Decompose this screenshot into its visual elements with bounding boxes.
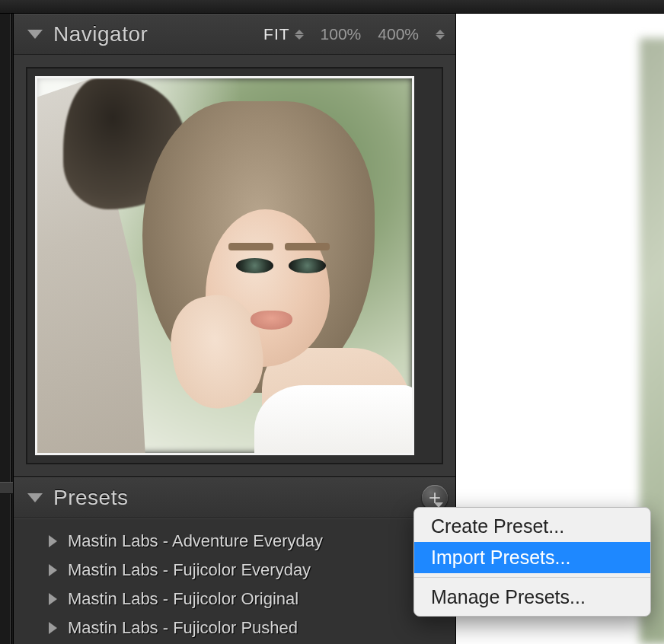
disclosure-right-icon — [49, 622, 57, 634]
preset-group-label: Mastin Labs - Adventure Everyday — [68, 531, 323, 551]
edge-line — [10, 14, 12, 644]
preset-group[interactable]: Mastin Labs - Fujicolor Everyday — [14, 556, 455, 585]
preset-group[interactable]: Mastin Labs - Fujicolor Original — [14, 585, 455, 614]
stepper-icon[interactable] — [436, 30, 445, 40]
preview-image — [37, 78, 412, 453]
panel-collapse-handle[interactable] — [0, 482, 13, 494]
zoom-400-button[interactable]: 400% — [378, 25, 419, 43]
presets-header[interactable]: Presets — [14, 477, 455, 518]
preset-group-label: Mastin Labs - Fujicolor Original — [68, 589, 298, 609]
disclosure-right-icon — [49, 593, 57, 605]
navigator-body — [14, 55, 455, 477]
zoom-fit-button[interactable]: FIT — [263, 25, 304, 43]
preset-group[interactable]: Mastin Labs - Fujicolor Pushed — [14, 614, 455, 642]
zoom-fit-label: FIT — [263, 25, 290, 43]
presets-context-menu: Create Preset... Import Presets... Manag… — [413, 507, 651, 617]
zoom-controls: FIT 100% 400% — [263, 25, 445, 43]
disclosure-down-icon — [27, 493, 43, 502]
presets-body: Mastin Labs - Adventure Everyday Mastin … — [14, 518, 455, 644]
menu-import-presets[interactable]: Import Presets... — [414, 542, 650, 573]
menu-create-preset[interactable]: Create Preset... — [414, 511, 650, 542]
presets-title: Presets — [53, 486, 128, 510]
navigator-title: Navigator — [53, 22, 148, 46]
preset-group-label: Mastin Labs - Fujicolor Everyday — [68, 560, 311, 580]
navigator-preview[interactable] — [35, 76, 414, 455]
menu-separator — [414, 577, 650, 578]
zoom-100-button[interactable]: 100% — [321, 25, 362, 43]
navigator-frame — [26, 67, 443, 464]
left-panel: Navigator FIT 100% 400% — [14, 14, 456, 644]
preset-group-label: Mastin Labs - Fujicolor Pushed — [68, 618, 298, 638]
left-edge-strip[interactable] — [0, 14, 14, 644]
disclosure-right-icon — [49, 564, 57, 576]
disclosure-down-icon — [27, 30, 43, 39]
stepper-icon — [295, 30, 304, 40]
window-top-bar — [0, 0, 664, 14]
menu-manage-presets[interactable]: Manage Presets... — [414, 582, 650, 613]
preset-group[interactable]: Mastin Labs - Adventure Everyday — [14, 527, 455, 556]
app-frame: Navigator FIT 100% 400% — [0, 0, 664, 644]
navigator-header[interactable]: Navigator FIT 100% 400% — [14, 14, 455, 55]
disclosure-right-icon — [49, 535, 57, 547]
